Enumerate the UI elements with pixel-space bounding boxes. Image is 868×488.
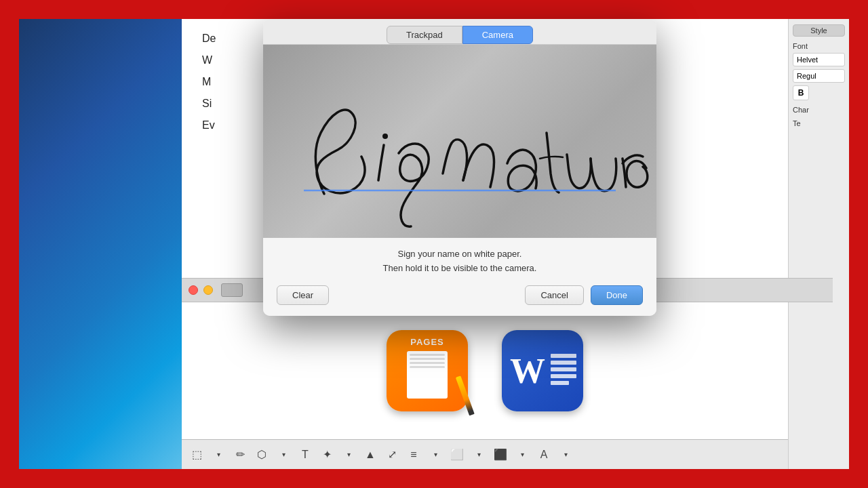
blue-background — [19, 19, 182, 469]
camera-feed — [263, 45, 656, 238]
dialog-buttons: Clear Cancel Done — [263, 285, 656, 316]
dialog-tabs: Trackpad Camera — [263, 19, 656, 45]
done-button[interactable]: Done — [591, 285, 643, 305]
signature-dialog: Trackpad Camera — [263, 19, 656, 316]
trackpad-tab[interactable]: Trackpad — [387, 26, 462, 44]
dialog-overlay: Trackpad Camera — [182, 19, 849, 469]
svg-point-0 — [382, 134, 388, 139]
cancel-button[interactable]: Cancel — [525, 285, 583, 305]
instruction-line1: Sign your name on white paper. — [277, 247, 643, 262]
dialog-instructions: Sign your name on white paper. Then hold… — [263, 238, 656, 285]
camera-tab[interactable]: Camera — [462, 26, 533, 44]
signature-svg — [263, 45, 656, 238]
instruction-line2: Then hold it to be visible to the camera… — [277, 262, 643, 276]
app-window: Body Style Font Helvet Regul B Char Te D… — [182, 19, 849, 469]
clear-button[interactable]: Clear — [277, 285, 329, 305]
